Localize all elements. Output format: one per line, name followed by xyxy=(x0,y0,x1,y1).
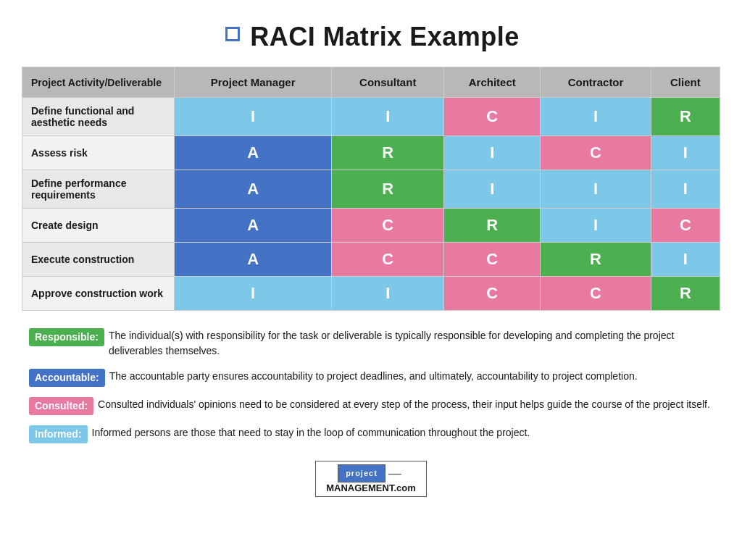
cell-r-5-4: R xyxy=(651,277,720,311)
cell-c-3-4: C xyxy=(651,209,720,243)
col-header-activity: Project Activity/Deliverable xyxy=(22,67,175,98)
cell-c-4-2: C xyxy=(444,243,541,277)
table-row: Define functional and aesthetic needsIIC… xyxy=(22,98,720,136)
cell-i-2-2: I xyxy=(444,170,541,209)
cell-a-4-0: A xyxy=(175,243,332,277)
legend-badge-c: Consulted: xyxy=(29,397,93,415)
legend-item-r: Responsible: The individual(s) with resp… xyxy=(29,328,713,359)
table-row: Execute constructionACCRI xyxy=(22,243,720,277)
legend-text-i: Informed persons are those that need to … xyxy=(92,425,530,440)
cell-i-5-0: I xyxy=(175,277,332,311)
legend-badge-a: Accountable: xyxy=(29,369,105,387)
cell-r-1-1: R xyxy=(332,136,444,170)
cell-i-1-2: I xyxy=(444,136,541,170)
legend-item-a: Accountable: The accountable party ensur… xyxy=(29,369,713,387)
activity-cell: Define performance requirements xyxy=(22,170,175,209)
cell-c-5-3: C xyxy=(541,277,651,311)
cell-c-3-1: C xyxy=(332,209,444,243)
legend-badge-i: Informed: xyxy=(29,425,88,443)
raci-icon xyxy=(222,27,243,47)
page-title: RACI Matrix Example xyxy=(250,22,520,52)
col-header-consultant: Consultant xyxy=(332,67,444,98)
col-header-architect: Architect xyxy=(444,67,541,98)
legend-item-c: Consulted: Consulted individuals' opinio… xyxy=(29,397,713,415)
table-row: Approve construction workIICCR xyxy=(22,277,720,311)
cell-i-3-3: I xyxy=(541,209,651,243)
table-row: Assess riskARICI xyxy=(22,136,720,170)
activity-cell: Define functional and aesthetic needs xyxy=(22,98,175,136)
table-row: Define performance requirementsARIII xyxy=(22,170,720,209)
legend-text-a: The accountable party ensures accountabi… xyxy=(109,369,638,384)
cell-r-3-2: R xyxy=(444,209,541,243)
footer: project — MANAGEMENT.com xyxy=(315,461,427,497)
table-header-row: Project Activity/Deliverable Project Man… xyxy=(22,67,720,98)
cell-i-0-0: I xyxy=(175,98,332,136)
cell-i-2-3: I xyxy=(541,170,651,209)
cell-a-3-0: A xyxy=(175,209,332,243)
legend-text-c: Consulted individuals' opinions need to … xyxy=(98,397,710,412)
col-header-contractor: Contractor xyxy=(541,67,651,98)
col-header-client: Client xyxy=(651,67,720,98)
activity-cell: Create design xyxy=(22,209,175,243)
footer-logo: project — MANAGEMENT.com xyxy=(315,461,427,497)
cell-i-1-4: I xyxy=(651,136,720,170)
cell-c-5-2: C xyxy=(444,277,541,311)
cell-c-1-3: C xyxy=(541,136,651,170)
activity-cell: Assess risk xyxy=(22,136,175,170)
legend-area: Responsible: The individual(s) with resp… xyxy=(22,328,720,454)
table-row: Create designACRIC xyxy=(22,209,720,243)
cell-i-4-4: I xyxy=(651,243,720,277)
cell-i-0-3: I xyxy=(541,98,651,136)
cell-a-2-0: A xyxy=(175,170,332,209)
col-header-pm: Project Manager xyxy=(175,67,332,98)
cell-i-0-1: I xyxy=(332,98,444,136)
raci-matrix-table: Project Activity/Deliverable Project Man… xyxy=(22,67,720,311)
legend-item-i: Informed: Informed persons are those tha… xyxy=(29,425,713,443)
legend-badge-r: Responsible: xyxy=(29,328,104,346)
title-area: RACI Matrix Example xyxy=(222,22,520,52)
cell-r-2-1: R xyxy=(332,170,444,209)
cell-i-2-4: I xyxy=(651,170,720,209)
cell-r-0-4: R xyxy=(651,98,720,136)
activity-cell: Execute construction xyxy=(22,243,175,277)
cell-c-4-1: C xyxy=(332,243,444,277)
footer-project-label: project xyxy=(338,464,385,482)
cell-a-1-0: A xyxy=(175,136,332,170)
activity-cell: Approve construction work xyxy=(22,277,175,311)
cell-r-4-3: R xyxy=(541,243,651,277)
legend-text-r: The individual(s) with responsibility fo… xyxy=(109,328,713,359)
footer-dash: — xyxy=(385,466,404,481)
footer-management: MANAGEMENT.com xyxy=(326,482,416,493)
cell-c-0-2: C xyxy=(444,98,541,136)
cell-i-5-1: I xyxy=(332,277,444,311)
